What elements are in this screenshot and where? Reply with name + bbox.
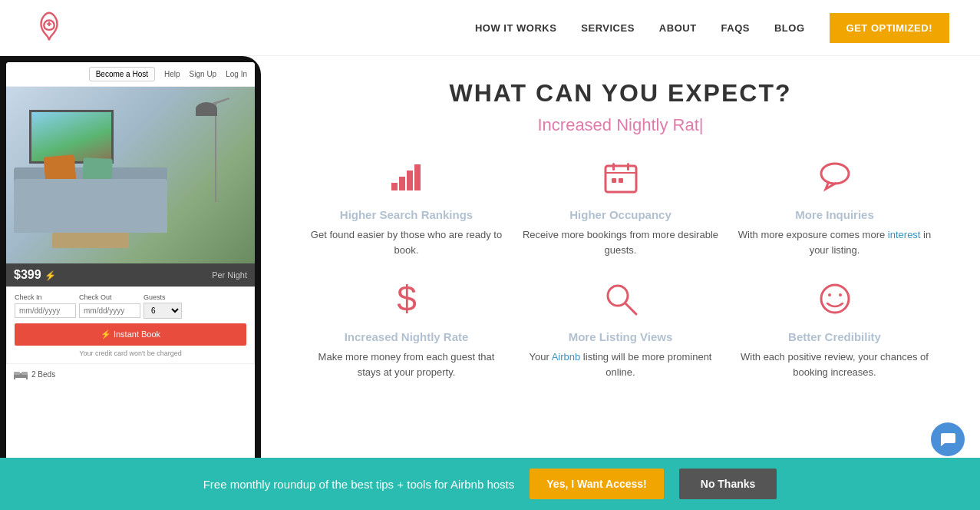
chat-icon <box>817 158 853 200</box>
nav-how-it-works[interactable]: HOW IT WORKS <box>475 22 556 34</box>
feature-desc-occupancy: Receive more bookings from more desirabl… <box>521 227 720 257</box>
guests-field: Guests 6 <box>144 293 182 319</box>
lightning-icon: ⚡ <box>45 270 56 281</box>
svg-rect-2 <box>21 372 28 375</box>
svg-rect-6 <box>399 177 405 190</box>
nav-faqs[interactable]: FAQS <box>721 22 750 34</box>
bed-icon <box>14 369 28 379</box>
checkin-field: Check In <box>15 293 76 319</box>
sofa <box>14 179 167 233</box>
coffee-table <box>52 233 129 248</box>
svg-rect-14 <box>619 178 623 183</box>
feature-title-listing-views: More Listing Views <box>569 330 673 343</box>
nav-services[interactable]: SERVICES <box>581 22 635 34</box>
logo <box>31 9 68 46</box>
get-optimized-button[interactable]: GET OPTIMIZED! <box>830 13 949 43</box>
listing-price-row: $399 ⚡ Per Night <box>6 263 255 286</box>
guests-select[interactable]: 6 <box>144 303 182 319</box>
svg-point-21 <box>839 293 842 296</box>
beds-row: 2 Beds <box>6 364 255 384</box>
feature-title-nightly-rate: Increased Nightly Rate <box>345 330 469 343</box>
booking-fields: Check In Check Out Guests 6 <box>15 293 246 319</box>
feature-listing-views: More Listing Views Your Airbnb listing w… <box>521 280 720 379</box>
airbnb-header: Become a Host Help Sign Up Log In <box>6 62 255 87</box>
feature-title-rankings: Higher Search Rankings <box>340 208 473 221</box>
navbar: HOW IT WORKS SERVICES ABOUT FAQS BLOG GE… <box>0 0 980 56</box>
dollar-icon: $ <box>388 280 425 323</box>
svg-rect-5 <box>391 183 398 190</box>
svg-rect-10 <box>605 172 636 174</box>
calendar-icon <box>602 158 639 200</box>
airbnb-highlight: Airbnb <box>552 351 581 363</box>
no-thanks-button[interactable]: No Thanks <box>679 469 777 486</box>
checkin-label: Check In <box>15 293 76 301</box>
svg-point-15 <box>821 164 849 184</box>
feature-title-credibility: Better Credibility <box>788 330 881 343</box>
main-content: Become a Host Help Sign Up Log In $399 ⚡ <box>0 56 980 486</box>
nav-blog[interactable]: BLOG <box>774 22 805 34</box>
price-display: $399 ⚡ <box>14 268 56 282</box>
listing-image <box>6 87 255 263</box>
per-night-label: Per Night <box>212 270 247 280</box>
svg-rect-3 <box>14 377 15 379</box>
section-subtitle: Increased Nightly Rat| <box>307 115 934 135</box>
svg-rect-7 <box>407 171 413 190</box>
feature-credibility: Better Credibility With each positive re… <box>735 280 934 379</box>
log-in-link[interactable]: Log In <box>226 70 247 78</box>
feature-inquiries: More Inquiries With more exposure comes … <box>735 158 934 257</box>
svg-rect-11 <box>612 163 615 171</box>
svg-line-18 <box>625 303 636 314</box>
feature-desc-rankings: Get found easier by those who are ready … <box>307 227 506 257</box>
feature-desc-credibility: With each positive review, your chances … <box>735 349 934 379</box>
svg-rect-8 <box>414 164 421 190</box>
svg-text:$: $ <box>397 280 417 317</box>
feature-occupancy: Higher Occupancy Receive more bookings f… <box>521 158 720 257</box>
bar-chart-icon <box>388 158 425 200</box>
feature-nightly-rate: $ Increased Nightly Rate Make more money… <box>307 280 506 379</box>
guests-label: Guests <box>144 293 182 301</box>
feature-search-rankings: Higher Search Rankings Get found easier … <box>307 158 506 257</box>
checkout-input[interactable] <box>79 303 140 318</box>
checkin-input[interactable] <box>15 303 76 318</box>
chat-bubble-icon <box>939 431 956 448</box>
feature-desc-inquiries: With more exposure comes more interest i… <box>735 227 934 257</box>
tablet-mockup: Become a Host Help Sign Up Log In $399 ⚡ <box>0 56 261 486</box>
feature-desc-nightly-rate: Make more money from each guest that sta… <box>307 349 506 379</box>
svg-point-20 <box>828 293 831 296</box>
bottom-bar-text: Free monthly roundup of the best tips + … <box>203 478 515 487</box>
content-section: WHAT CAN YOU EXPECT? Increased Nightly R… <box>261 56 980 486</box>
interest-highlight: interest <box>888 229 921 240</box>
svg-rect-13 <box>612 178 616 183</box>
chat-bubble-button[interactable] <box>931 422 965 456</box>
feature-desc-listing-views: Your Airbnb listing will be more promine… <box>521 349 720 379</box>
checkout-label: Check Out <box>79 293 140 301</box>
svg-rect-4 <box>26 377 28 379</box>
sign-up-link[interactable]: Sign Up <box>190 70 217 78</box>
help-link[interactable]: Help <box>164 70 180 78</box>
section-title: WHAT CAN YOU EXPECT? <box>307 79 934 108</box>
bottom-bar: Free monthly roundup of the best tips + … <box>0 458 980 486</box>
checkout-field: Check Out <box>79 293 140 319</box>
credit-card-note: Your credit card won't be charged <box>15 349 246 357</box>
instant-book-button[interactable]: ⚡ Instant Book <box>15 323 246 346</box>
svg-point-19 <box>821 285 849 313</box>
beds-label: 2 Beds <box>31 370 55 379</box>
become-host-button[interactable]: Become a Host <box>89 67 155 81</box>
feature-title-inquiries: More Inquiries <box>795 208 874 221</box>
listing-price: $399 <box>14 268 41 281</box>
floor-lamp <box>215 102 216 202</box>
feature-title-occupancy: Higher Occupancy <box>569 208 671 221</box>
svg-rect-12 <box>627 163 629 171</box>
svg-rect-1 <box>14 372 20 375</box>
nav-about[interactable]: ABOUT <box>659 22 697 34</box>
nav-links: HOW IT WORKS SERVICES ABOUT FAQS BLOG GE… <box>475 13 949 43</box>
yes-access-button[interactable]: Yes, I Want Access! <box>530 469 663 486</box>
search-icon <box>602 280 639 323</box>
booking-form: Check In Check Out Guests 6 ⚡ Instant <box>6 286 255 364</box>
tablet-inner: Become a Host Help Sign Up Log In $399 ⚡ <box>6 62 255 480</box>
smiley-icon <box>817 280 853 323</box>
features-grid: Higher Search Rankings Get found easier … <box>307 158 934 379</box>
